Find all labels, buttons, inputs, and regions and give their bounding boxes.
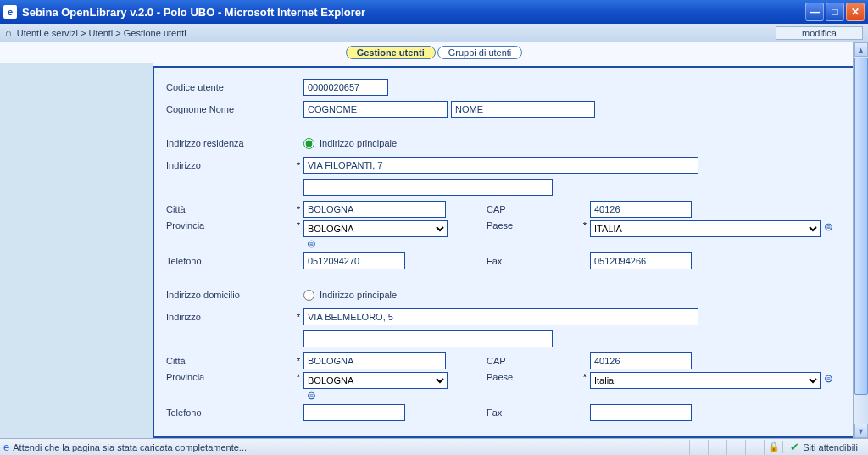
label-cap-res: CAP xyxy=(487,204,580,214)
select-res-paese[interactable]: ITALIA xyxy=(590,220,821,237)
scroll-track[interactable] xyxy=(854,57,868,424)
radio-domicilio-input[interactable] xyxy=(303,290,314,301)
input-nome[interactable] xyxy=(451,101,595,118)
tab-row: Gestione utenti Gruppi di utenti xyxy=(0,42,868,63)
input-dom-telefono[interactable] xyxy=(303,404,405,421)
input-res-telefono[interactable] xyxy=(303,252,405,269)
label-provincia-res: Provincia xyxy=(166,220,293,230)
label-cap-dom: CAP xyxy=(487,356,580,366)
radio-domicilio-principale[interactable]: Indirizzo principale xyxy=(303,290,397,301)
window-title: Sebina OpenLibrary v.2.0 - Polo UBO - Mi… xyxy=(22,6,805,19)
radio-residenza-input[interactable] xyxy=(303,138,314,149)
tab-gestione-utenti[interactable]: Gestione utenti xyxy=(346,46,436,59)
label-indirizzo-principale-dom: Indirizzo principale xyxy=(320,290,397,300)
action-row: conferma annulla esci xyxy=(166,436,846,438)
label-citta-res: Città xyxy=(166,204,293,214)
label-codice-utente: Codice utente xyxy=(166,82,293,92)
input-dom-citta[interactable] xyxy=(303,352,446,369)
maximize-button[interactable]: □ xyxy=(826,3,844,21)
select-dom-provincia[interactable]: BOLOGNA xyxy=(303,372,448,389)
window-titlebar: e Sebina OpenLibrary v.2.0 - Polo UBO - … xyxy=(0,0,868,24)
breadcrumb-toolbar: ⌂ Utenti e servizi > Utenti > Gestione u… xyxy=(0,24,868,42)
input-res-fax[interactable] xyxy=(590,252,692,269)
ie-logo-icon: e xyxy=(3,441,9,453)
form-panel: Codice utente Cognome Nome Indirizzo res… xyxy=(153,66,860,438)
label-telefono-dom: Telefono xyxy=(166,408,293,418)
label-paese-dom: Paese xyxy=(487,372,580,382)
tab-gruppi-di-utenti[interactable]: Gruppi di utenti xyxy=(437,46,523,59)
label-citta-dom: Città xyxy=(166,356,293,366)
modifica-box[interactable]: modifica xyxy=(776,26,863,40)
security-zone-label: Siti attendibili xyxy=(803,442,858,452)
label-indirizzo-res: Indirizzo xyxy=(166,160,293,170)
input-dom-cap[interactable] xyxy=(590,352,692,369)
status-bar: e Attendi che la pagina sia stata carica… xyxy=(0,438,868,455)
label-paese-res: Paese xyxy=(487,220,580,230)
input-cognome[interactable] xyxy=(303,101,448,118)
select-res-provincia[interactable]: BOLOGNA xyxy=(303,220,448,237)
select-dom-paese[interactable]: Italia xyxy=(590,372,821,389)
input-res-indirizzo1[interactable] xyxy=(303,157,698,174)
lock-icon: 🔒 xyxy=(764,440,782,455)
label-indirizzo-domicilio: Indirizzo domicilio xyxy=(166,290,293,300)
lookup-icon[interactable]: ⊜ xyxy=(824,220,833,233)
ie-icon: e xyxy=(3,5,17,19)
minimize-button[interactable]: — xyxy=(805,3,824,21)
lookup-icon[interactable]: ⊜ xyxy=(307,389,448,402)
breadcrumb: Utenti e servizi > Utenti > Gestione ute… xyxy=(17,28,776,38)
label-fax-dom: Fax xyxy=(487,408,580,418)
scroll-thumb[interactable] xyxy=(854,58,868,395)
label-provincia-dom: Provincia xyxy=(166,372,293,382)
label-indirizzo-principale: Indirizzo principale xyxy=(320,138,397,148)
scroll-down-arrow[interactable]: ▼ xyxy=(854,424,868,438)
security-zone[interactable]: ✔ Siti attendibili xyxy=(782,441,865,453)
status-cells: 🔒 xyxy=(689,440,782,455)
input-codice-utente[interactable] xyxy=(303,79,388,96)
label-indirizzo-residenza: Indirizzo residenza xyxy=(166,138,293,148)
scroll-up-arrow[interactable]: ▲ xyxy=(854,42,868,57)
input-dom-fax[interactable] xyxy=(590,404,692,421)
input-dom-indirizzo2[interactable] xyxy=(303,330,553,347)
label-fax-res: Fax xyxy=(487,256,580,266)
close-button[interactable]: ✕ xyxy=(846,3,865,21)
left-sidebar xyxy=(0,63,153,438)
home-icon[interactable]: ⌂ xyxy=(5,26,12,39)
input-dom-indirizzo1[interactable] xyxy=(303,308,698,325)
radio-residenza-principale[interactable]: Indirizzo principale xyxy=(303,138,397,149)
label-cognome-nome: Cognome Nome xyxy=(166,104,293,114)
label-telefono-res: Telefono xyxy=(166,256,293,266)
label-indirizzo-dom: Indirizzo xyxy=(166,312,293,322)
check-icon: ✔ xyxy=(790,441,799,453)
input-res-cap[interactable] xyxy=(590,201,692,218)
content-area: Gestione utenti Gruppi di utenti Codice … xyxy=(0,42,868,438)
lookup-icon[interactable]: ⊜ xyxy=(824,372,833,385)
status-text: Attendi che la pagina sia stata caricata… xyxy=(13,442,689,452)
input-res-citta[interactable] xyxy=(303,201,446,218)
lookup-icon[interactable]: ⊜ xyxy=(307,237,448,250)
input-res-indirizzo2[interactable] xyxy=(303,179,553,196)
vertical-scrollbar[interactable]: ▲ ▼ xyxy=(853,42,868,438)
